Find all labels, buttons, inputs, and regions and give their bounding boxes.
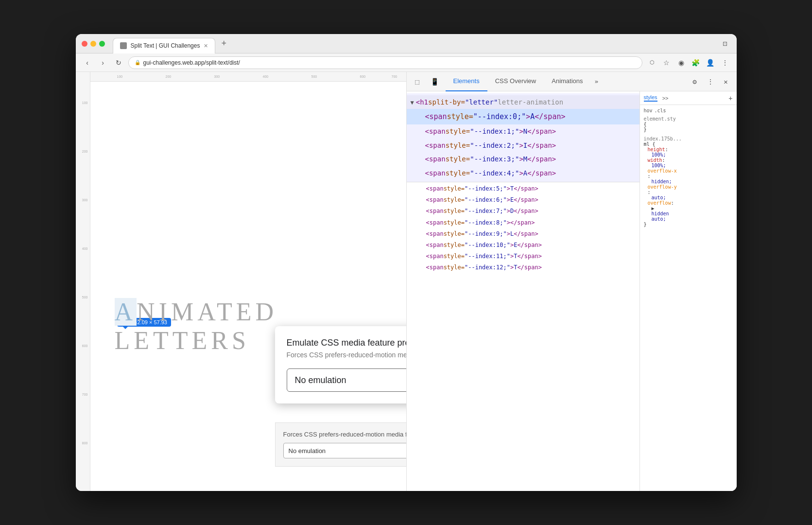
ruler-tick: 800 — [82, 441, 88, 445]
span-0-line[interactable]: <span style="--index:0;" > A </span> — [407, 109, 639, 124]
address-bar[interactable]: 🔒 gui-challenges.web.app/split-text/dist… — [128, 56, 642, 69]
maximize-traffic-light[interactable] — [99, 41, 105, 47]
ruler-tick: 600 — [82, 344, 88, 348]
more-tabs-button[interactable]: » — [591, 78, 603, 85]
letter-T2: T — [153, 327, 173, 354]
span-1-line[interactable]: <span style="--index:1;" > N </span> — [407, 124, 639, 138]
computed-tab[interactable]: >> — [662, 95, 669, 101]
span-5-line[interactable]: <span style="--index:5;" >T</span> — [407, 183, 639, 194]
ruler-tick: 700 — [82, 393, 88, 396]
tab-animations[interactable]: Animations — [544, 72, 590, 91]
chrome-icon[interactable]: ◉ — [675, 57, 687, 69]
css-height: height: — [644, 147, 733, 152]
span-close-open: > — [526, 111, 530, 122]
tab-elements[interactable]: Elements — [446, 72, 487, 91]
tab-css-overview[interactable]: CSS Overview — [487, 72, 544, 91]
s11-open: <span — [426, 252, 444, 261]
tab-close-button[interactable]: ✕ — [204, 43, 208, 49]
devtools-body: ▼ <h1 split-by="letter" letter-animation… — [407, 91, 737, 491]
screen-cast-icon[interactable]: ⬡ — [646, 57, 658, 69]
tab-area: Split Text | GUI Challenges ✕ + — [113, 36, 715, 52]
menu-icon[interactable]: ⋮ — [719, 57, 731, 69]
title-bar: Split Text | GUI Challenges ✕ + ⊡ — [76, 34, 737, 53]
s8-c: </span> — [510, 218, 535, 228]
nav-bar: ‹ › ↻ 🔒 gui-challenges.web.app/split-tex… — [76, 53, 737, 72]
cls-filter[interactable]: .cls — [655, 108, 666, 113]
close-devtools-button[interactable]: ✕ — [719, 75, 733, 88]
s7-c: </span> — [514, 207, 538, 216]
span-9-line[interactable]: <span style="--index:9;" >L</span> — [407, 228, 639, 240]
span-open-3: <span — [425, 154, 446, 164]
new-tab-button[interactable]: + — [217, 36, 230, 51]
span-2-line[interactable]: <span style="--index:2;" > I </span> — [407, 139, 639, 152]
s11-c: </span> — [517, 252, 542, 261]
s11-t: T — [514, 252, 517, 261]
styles-toolbar: styles >> + — [640, 91, 737, 105]
reload-button[interactable]: ↻ — [113, 57, 124, 69]
back-button[interactable]: ‹ — [82, 57, 93, 69]
h1-tag-line[interactable]: ▼ <h1 split-by="letter" letter-animation — [407, 95, 639, 109]
settings-icon[interactable]: ⚙ — [688, 75, 702, 88]
span-4-line[interactable]: <span style="--index:4;" > A </span> — [407, 166, 639, 180]
s6-t: E — [510, 195, 514, 205]
device-toggle-icon[interactable]: 📱 — [428, 75, 442, 88]
tab-title: Split Text | GUI Challenges — [131, 42, 200, 49]
ruler-tick: 100 — [82, 101, 88, 105]
profile-icon[interactable]: 👤 — [705, 57, 716, 69]
ruler-tick: 500 — [311, 75, 317, 78]
span-text-4: A — [523, 168, 527, 178]
s6-attr: style= — [444, 195, 465, 205]
span-tag-3: > — [519, 154, 523, 164]
ml-brace-close: } — [644, 222, 733, 227]
forward-button[interactable]: › — [97, 57, 109, 69]
elements-panel[interactable]: ▼ <h1 split-by="letter" letter-animation… — [407, 91, 639, 491]
emulation-select-2[interactable]: No emulation — [283, 443, 406, 458]
more-actions-icon[interactable]: ⋮ — [704, 75, 717, 88]
s11-attr: style= — [444, 252, 465, 261]
index-file-ref: index.175b... — [644, 136, 733, 141]
letter-R: R — [211, 327, 232, 354]
emulation-select-main[interactable]: No emulation prefers-reduced-motion: red… — [287, 368, 406, 392]
browser-tab[interactable]: Split Text | GUI Challenges ✕ — [113, 38, 216, 53]
page-content: span 42.09 × 57.93 ANIMATED LETTERS Forc… — [90, 82, 406, 491]
span-text-0: A — [530, 111, 535, 122]
bookmark-icon[interactable]: ☆ — [661, 57, 673, 69]
letter-T3: T — [173, 327, 192, 354]
span-6-line[interactable]: <span style="--index:6;" >E</span> — [407, 194, 639, 206]
span-7-line[interactable]: <span style="--index:7;" >D</span> — [407, 206, 639, 217]
letter-E2: E — [134, 327, 153, 354]
span-3-line[interactable]: <span style="--index:3;" > M </span> — [407, 152, 639, 166]
span-8-line[interactable]: <span style="--index:8;" > </span> — [407, 217, 639, 228]
s10-val: "--index:10;" — [465, 241, 510, 250]
hov-filter[interactable]: hov — [644, 108, 653, 113]
span-12-line[interactable]: <span style="--index:12;" >T</span> — [407, 262, 639, 273]
ruler-tick: 300 — [82, 198, 88, 202]
span-10-line[interactable]: <span style="--index:10;" >E</span> — [407, 240, 639, 251]
add-style-button[interactable]: + — [728, 94, 732, 102]
span-text-1: N — [523, 126, 527, 137]
styles-tab[interactable]: styles — [644, 94, 657, 102]
browser-window: Split Text | GUI Challenges ✕ + ⊡ ‹ › ↻ … — [76, 34, 737, 491]
minimize-traffic-light[interactable] — [90, 41, 96, 47]
inspect-element-icon[interactable]: ⬚ — [411, 75, 424, 88]
letter-M: M — [171, 298, 197, 326]
letter-I: I — [159, 298, 171, 326]
styles-content: hov .cls element.sty { } index.175b... — [640, 105, 737, 232]
extensions-icon[interactable]: 🧩 — [690, 57, 702, 69]
s12-open: <span — [426, 263, 444, 272]
s12-gt: > — [510, 263, 514, 272]
emulation-popup-main: ✕ Emulate CSS media feature prefers-redu… — [275, 326, 406, 403]
styles-panel: styles >> + hov .cls element.sty — [639, 91, 737, 491]
span-style-val-1: "--index:1;" — [470, 126, 519, 137]
emulation-description: Forces CSS prefers-reduced-motion media … — [287, 351, 406, 359]
css-overflow-x-val: hidden; — [644, 179, 733, 184]
s5-open: <span — [426, 184, 444, 193]
close-traffic-light[interactable] — [82, 41, 87, 47]
span-11-line[interactable]: <span style="--index:11;" >T</span> — [407, 251, 639, 262]
cast-icon[interactable]: ⊡ — [719, 38, 731, 50]
css-overflow-y-val: auto; — [644, 195, 733, 200]
s7-open: <span — [426, 207, 444, 216]
span-close-0: </span> — [535, 111, 565, 122]
ruler-tick: 100 — [117, 75, 123, 78]
s7-val: "--index:7;" — [465, 207, 507, 216]
